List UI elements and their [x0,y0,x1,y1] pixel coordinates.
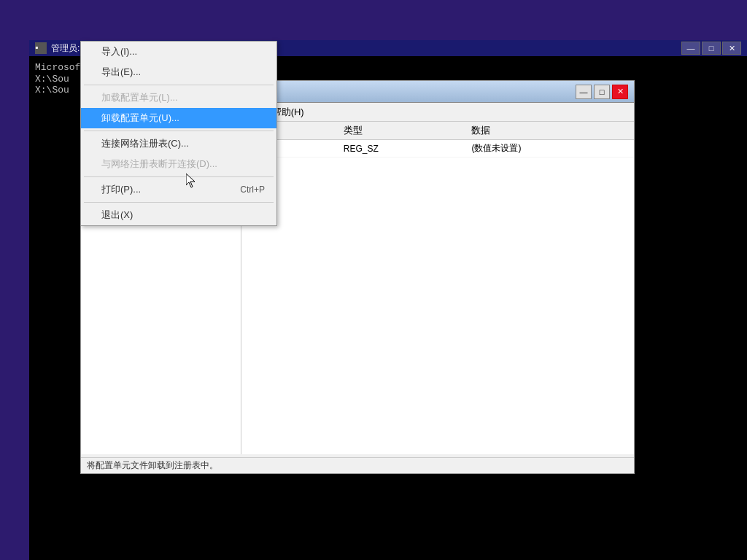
menu-load-hive: 加载配置单元(L)... [81,88,276,108]
status-text: 将配置单元文件卸载到注册表中。 [87,459,218,472]
menu-export[interactable]: 导出(E)... [81,62,276,82]
cell-type: REG_SZ [338,140,466,158]
file-dropdown-menu: 导入(I)... 导出(E)... 加载配置单元(L)... 卸载配置单元(U)… [80,41,277,226]
status-bar: 将配置单元文件卸载到注册表中。 [81,457,634,473]
menu-disconnect-network: 与网络注册表断开连接(D)... [81,154,276,174]
col-header-type: 类型 [338,122,466,140]
cell-data: (数值未设置) [465,140,634,158]
menu-load-hive-label: 加载配置单元(L)... [101,91,178,104]
menu-exit-label: 退出(X) [101,209,133,222]
menu-print-label: 打印(P)... [101,183,141,196]
menu-connect-network-label: 连接网络注册表(C)... [101,137,189,150]
menu-export-label: 导出(E)... [101,66,141,79]
cmd-minimize-btn[interactable]: — [681,42,700,55]
cmd-close-btn[interactable]: ✕ [722,42,741,55]
regedit-minimize-btn[interactable]: — [576,85,592,99]
regedit-close-btn[interactable]: ✕ [612,85,628,99]
col-header-data: 数据 [465,122,634,140]
menu-unload-hive-label: 卸载配置单元(U)... [101,112,179,125]
cmd-maximize-btn[interactable]: □ [702,42,721,55]
menu-import-label: 导入(I)... [101,45,137,58]
registry-table: 名称 类型 数据 (默认) REG_SZ (数值未设置) [241,122,634,158]
separator-3 [84,176,274,177]
menu-print[interactable]: 打印(P)... Ctrl+P [81,179,276,200]
menu-print-shortcut: Ctrl+P [240,184,265,195]
cmd-window-controls: — □ ✕ [681,42,741,55]
menu-disconnect-network-label: 与网络注册表断开连接(D)... [101,158,217,171]
regedit-window-controls: — □ ✕ [576,85,628,99]
menu-connect-network[interactable]: 连接网络注册表(C)... [81,133,276,154]
right-panel: 名称 类型 数据 (默认) REG_SZ (数值未设置) [241,122,634,454]
separator-2 [84,131,274,131]
menu-import[interactable]: 导入(I)... [81,42,276,62]
table-row[interactable]: (默认) REG_SZ (数值未设置) [241,140,634,158]
separator-1 [84,85,274,85]
menu-unload-hive[interactable]: 卸载配置单元(U)... [81,108,276,128]
menu-exit[interactable]: 退出(X) [81,205,276,225]
regedit-maximize-btn[interactable]: □ [594,85,610,99]
separator-4 [84,202,274,203]
cmd-title-icon: ▪ [35,42,47,54]
